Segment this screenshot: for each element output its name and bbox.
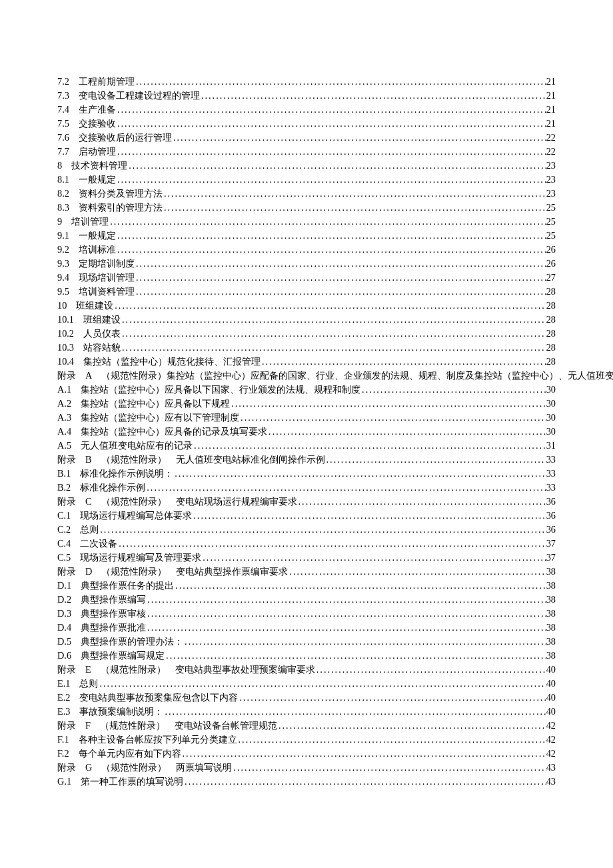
toc-leader-dots <box>146 607 546 621</box>
toc-entry: B.1 标准化操作示例说明：33 <box>57 467 556 481</box>
toc-number: 7.2 <box>57 75 69 89</box>
toc-entry: 10 班组建设28 <box>57 299 556 313</box>
toc-number: D.4 <box>57 621 71 635</box>
toc-page-number: 33 <box>546 481 556 495</box>
toc-number: B.1 <box>57 467 71 481</box>
toc-entry: E.1 总则40 <box>57 677 556 691</box>
toc-title: 现场培训管理 <box>79 271 135 285</box>
toc-number: D.5 <box>57 635 71 649</box>
toc-leader-dots <box>163 201 546 215</box>
toc-number: A.3 <box>57 411 71 425</box>
toc-title: 总则 <box>79 677 98 691</box>
toc-leader-dots <box>113 299 546 313</box>
toc-leader-dots <box>99 523 546 537</box>
toc-page-number: 43 <box>546 761 556 775</box>
toc-page-number: 36 <box>546 523 556 537</box>
toc-title: 培训管理 <box>71 215 109 229</box>
toc-leader-dots <box>146 593 546 607</box>
toc-title: 班组建设 <box>83 313 121 327</box>
toc-leader-dots <box>135 75 546 89</box>
toc-title: 标准化操作示例说明： <box>80 467 173 481</box>
toc-page-number: 40 <box>546 663 556 677</box>
toc-title: 工程前期管理 <box>79 75 135 89</box>
toc-title: 现场运行规程编写总体要求 <box>80 509 192 523</box>
toc-page-number: 37 <box>546 537 556 551</box>
toc-entry: 9.3 定期培训制度26 <box>57 257 556 271</box>
toc-page-number: 25 <box>546 201 556 215</box>
toc-page-number: 25 <box>546 215 556 229</box>
toc-title: 典型操作票审核 <box>81 607 146 621</box>
toc-leader-dots <box>193 439 546 453</box>
toc-leader-dots <box>127 159 546 173</box>
toc-number: 10.4 <box>57 355 74 369</box>
toc-title: 集控站（监控中心）应具备以下规程 <box>81 397 230 411</box>
toc-title: 培训资料管理 <box>79 285 135 299</box>
toc-title: 生产准备 <box>79 103 116 117</box>
toc-entry: 8.3 资料索引的管理方法25 <box>57 201 556 215</box>
toc-number: 8 <box>57 159 62 173</box>
toc-page-number: 30 <box>546 397 556 411</box>
toc-leader-dots <box>135 285 546 299</box>
toc-entry: 附录 D （规范性附录） 变电站典型操作票编审要求38 <box>57 565 556 579</box>
toc-entry: 7.3 变电设备工程建设过程的管理21 <box>57 89 556 103</box>
toc-title: 总则 <box>80 523 99 537</box>
toc-leader-dots <box>288 565 546 579</box>
toc-page-number: 33 <box>546 467 556 481</box>
toc-leader-dots <box>98 677 546 691</box>
toc-number: F.1 <box>57 733 69 747</box>
toc-number: D.1 <box>57 579 71 593</box>
toc-number: C.4 <box>57 537 71 551</box>
toc-entry: B.2 标准化操作示例33 <box>57 481 556 495</box>
toc-number: 附录 F <box>57 719 91 733</box>
toc-page-number: 28 <box>546 285 556 299</box>
toc-leader-dots <box>163 187 546 201</box>
toc-leader-dots <box>135 257 546 271</box>
toc-number: A.4 <box>57 425 71 439</box>
toc-number: A.5 <box>57 439 71 453</box>
toc-entry: 10.1 班组建设28 <box>57 313 556 327</box>
toc-entry: 7.6 交接验收后的运行管理22 <box>57 131 556 145</box>
toc-number: A.2 <box>57 397 71 411</box>
toc-title: 标准化操作示例 <box>80 481 145 495</box>
toc-page-number: 38 <box>546 621 556 635</box>
toc-number: E.1 <box>57 677 70 691</box>
toc-title: 集控站（监控中心）应具备的记录及填写要求 <box>81 425 267 439</box>
toc-number: 附录 D <box>57 565 92 579</box>
toc-entry: D.1 典型操作票任务的提出38 <box>57 579 556 593</box>
toc-number: C.5 <box>57 551 71 565</box>
toc-entry: C.2 总则36 <box>57 523 556 537</box>
toc-leader-dots <box>135 271 546 285</box>
toc-page-number: 28 <box>546 299 556 313</box>
toc-number: 10.1 <box>57 313 74 327</box>
toc-leader-dots <box>267 425 546 439</box>
toc-leader-dots <box>325 453 546 467</box>
toc-title: （规范性附录） 两票填写说明 <box>101 761 232 775</box>
toc-number: G.1 <box>57 775 71 789</box>
toc-number: 8.2 <box>57 187 69 201</box>
toc-leader-dots <box>109 215 546 229</box>
toc-page-number: 28 <box>546 313 556 327</box>
toc-title: 一般规定 <box>79 173 116 187</box>
toc-title: 事故预案编制说明： <box>79 705 163 719</box>
toc-leader-dots <box>121 327 546 341</box>
toc-leader-dots <box>230 397 546 411</box>
toc-title: （规范性附录） 变电站现场运行规程编审要求 <box>101 495 297 509</box>
toc-entry: 7.4 生产准备21 <box>57 103 556 117</box>
toc-page-number: 38 <box>546 607 556 621</box>
toc-leader-dots <box>238 691 546 705</box>
toc-page-number: 36 <box>546 509 556 523</box>
toc-leader-dots <box>117 537 546 551</box>
toc-leader-dots <box>201 551 546 565</box>
toc-entry: D.2 典型操作票编写38 <box>57 593 556 607</box>
toc-title: 变电设备工程建设过程的管理 <box>79 89 200 103</box>
toc-leader-dots <box>116 117 546 131</box>
toc-leader-dots <box>237 733 546 747</box>
toc-entry: D.4 典型操作票批准38 <box>57 621 556 635</box>
toc-entry: 9.5 培训资料管理28 <box>57 285 556 299</box>
toc-entry: A.2 集控站（监控中心）应具备以下规程30 <box>57 397 556 411</box>
table-of-contents: 7.2 工程前期管理217.3 变电设备工程建设过程的管理217.4 生产准备2… <box>57 75 556 789</box>
toc-number: E.3 <box>57 705 70 719</box>
toc-leader-dots <box>183 635 546 649</box>
toc-entry: 9 培训管理25 <box>57 215 556 229</box>
toc-title: （规范性附录） 变电站设备台帐管理规范 <box>100 719 277 733</box>
